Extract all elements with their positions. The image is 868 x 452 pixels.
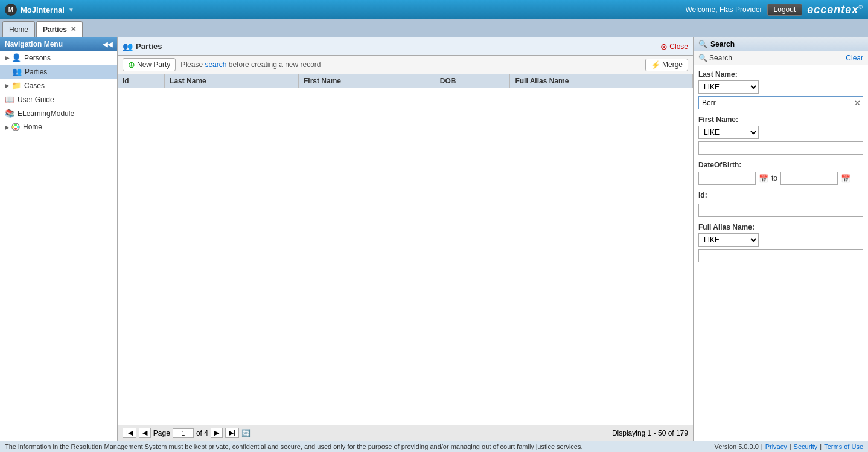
home-nav-icon	[11, 123, 20, 131]
dob-field-group: DateOfBirth: 📅 to 📅	[698, 161, 863, 185]
last-name-operator-select[interactable]: LIKE = STARTS WITH ENDS WITH	[698, 80, 759, 94]
tab-home-label: Home	[9, 25, 28, 34]
first-name-label: First Name:	[698, 115, 863, 124]
sidebar-item-cases[interactable]: ▶ 📁 Cases	[0, 79, 117, 92]
welcome-text: Welcome, Flas Provider	[685, 5, 762, 14]
new-party-icon: ⊕	[128, 60, 135, 69]
first-name-operator-select[interactable]: LIKE = STARTS WITH ENDS WITH	[698, 126, 759, 139]
sidebar-item-elearning[interactable]: 📚 ELearningModule	[0, 106, 117, 120]
tab-parties-label: Parties	[43, 25, 67, 34]
id-input[interactable]	[698, 204, 863, 217]
app-icon: M	[5, 4, 17, 16]
dob-to-calendar-icon[interactable]: 📅	[841, 174, 850, 183]
refresh-icon[interactable]: 🔄	[241, 429, 251, 437]
close-panel-button[interactable]: ⊗ Close	[660, 42, 688, 51]
col-full-alias[interactable]: Full Alias Name	[510, 74, 693, 88]
full-alias-field-group: Full Alias Name: LIKE = STARTS WITH ENDS…	[698, 223, 863, 262]
search-panel-icon: 🔍	[698, 40, 707, 48]
page-of-text: of 4	[196, 429, 208, 437]
col-first-name[interactable]: First Name	[299, 74, 435, 88]
brand-logo: eccentex®	[807, 4, 863, 16]
svg-point-4	[14, 128, 17, 130]
search-link[interactable]: search	[205, 60, 226, 69]
first-name-input[interactable]	[698, 141, 863, 155]
last-name-field-group: Last Name: LIKE = STARTS WITH ENDS WITH …	[698, 70, 863, 109]
merge-icon: ⚡	[651, 60, 660, 69]
persons-expand-icon: ▶	[5, 54, 10, 61]
full-alias-input[interactable]	[698, 249, 863, 262]
dob-to-input[interactable]	[780, 172, 838, 185]
prev-page-button[interactable]: ◀	[139, 428, 151, 438]
sidebar-item-parties[interactable]: 👥 Parties	[0, 65, 117, 79]
elearning-icon: 📚	[5, 109, 14, 118]
dob-to-label: to	[771, 174, 777, 182]
panel-title-text: Parties	[136, 42, 162, 51]
first-page-button[interactable]: |◀	[123, 428, 136, 438]
home-expand-icon: ▶	[5, 124, 10, 131]
cases-expand-icon: ▶	[5, 82, 10, 89]
merge-label: Merge	[662, 60, 683, 69]
search-notice: Please search before creating a new reco…	[180, 60, 321, 69]
last-name-clear-icon[interactable]: ✕	[854, 98, 861, 108]
svg-point-2	[14, 124, 17, 126]
next-page-button[interactable]: ▶	[211, 428, 223, 438]
sidebar-item-user-guide[interactable]: 📖 User Guide	[0, 92, 117, 106]
svg-point-3	[17, 126, 19, 128]
status-notice: The information in the Resolution Manage…	[5, 443, 583, 450]
sidebar-home-label: Home	[23, 123, 42, 131]
sidebar-parties-label: Parties	[25, 68, 47, 76]
col-last-name[interactable]: Last Name	[165, 74, 299, 88]
sidebar-title: Navigation Menu	[5, 40, 63, 48]
merge-button[interactable]: ⚡ Merge	[645, 59, 688, 71]
tab-home[interactable]: Home	[2, 21, 35, 37]
sidebar-collapse-icon[interactable]: ◀◀	[103, 40, 112, 48]
privacy-link[interactable]: Privacy	[765, 443, 787, 450]
sidebar-item-home[interactable]: ▶ Home	[0, 120, 117, 134]
parties-icon: 👥	[12, 67, 22, 76]
search-panel-title: Search	[710, 40, 735, 48]
sep1: |	[761, 443, 763, 450]
sep2: |	[790, 443, 791, 450]
svg-point-1	[12, 126, 14, 128]
search-execute-label: Search	[709, 54, 732, 62]
dob-from-input[interactable]	[698, 172, 756, 185]
col-id[interactable]: Id	[118, 74, 165, 88]
tab-parties-close-icon[interactable]: ✕	[71, 25, 76, 33]
page-number-input[interactable]	[173, 428, 194, 438]
last-name-label: Last Name:	[698, 70, 863, 79]
tab-parties[interactable]: Parties ✕	[36, 21, 83, 37]
last-page-button[interactable]: ▶|	[225, 428, 239, 438]
sidebar-item-persons[interactable]: ▶ 👤 Persons	[0, 51, 117, 65]
dob-label: DateOfBirth:	[698, 161, 863, 169]
search-execute-icon: 🔍	[698, 54, 707, 62]
full-alias-label: Full Alias Name:	[698, 223, 863, 231]
last-name-input[interactable]	[698, 96, 863, 109]
logout-button[interactable]: Logout	[767, 4, 803, 16]
panel-icon: 👥	[123, 42, 133, 51]
new-party-button[interactable]: ⊕ New Party	[123, 58, 176, 71]
col-dob[interactable]: DOB	[435, 74, 510, 88]
new-party-label: New Party	[137, 60, 170, 69]
sidebar-cases-label: Cases	[24, 82, 45, 90]
search-execute-button[interactable]: 🔍 Search	[698, 54, 732, 62]
displaying-text: Displaying 1 - 50 of 179	[612, 429, 688, 437]
close-icon: ⊗	[660, 42, 668, 51]
sep3: |	[820, 443, 822, 450]
sidebar-persons-label: Persons	[24, 54, 51, 62]
sidebar-user-guide-label: User Guide	[18, 95, 54, 104]
full-alias-operator-select[interactable]: LIKE = STARTS WITH ENDS WITH	[698, 233, 759, 247]
persons-icon: 👤	[11, 53, 21, 62]
terms-link[interactable]: Terms of Use	[824, 443, 863, 450]
dob-from-calendar-icon[interactable]: 📅	[759, 174, 768, 183]
cases-icon: 📁	[11, 81, 21, 90]
first-name-field-group: First Name: LIKE = STARTS WITH ENDS WITH	[698, 115, 863, 155]
user-guide-icon: 📖	[5, 95, 14, 104]
clear-button[interactable]: Clear	[846, 54, 863, 62]
app-title: MoJInternal	[21, 5, 65, 15]
sidebar-elearning-label: ELearningModule	[18, 109, 74, 118]
id-label: Id:	[698, 191, 863, 199]
dropdown-arrow-icon[interactable]: ▼	[68, 7, 74, 13]
security-link[interactable]: Security	[794, 443, 818, 450]
version-text: Version 5.0.0.0	[714, 443, 758, 450]
page-label: Page	[153, 429, 170, 437]
